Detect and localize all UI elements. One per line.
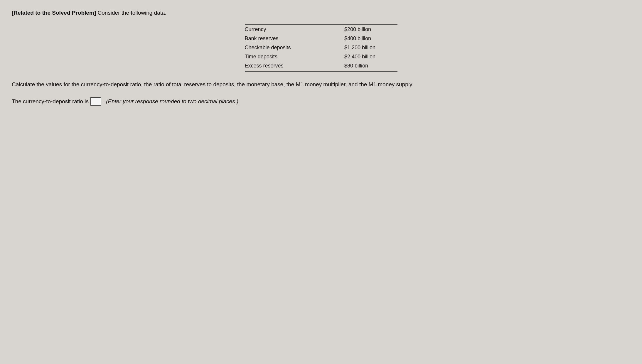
table-cell-label: Time deposits bbox=[245, 52, 344, 61]
table-cell-value: $200 billion bbox=[344, 25, 397, 34]
answer-prefix: The currency-to-deposit ratio is bbox=[12, 97, 89, 106]
answer-line: The currency-to-deposit ratio is . (Ente… bbox=[12, 97, 630, 106]
table-cell-label: Bank reserves bbox=[245, 34, 344, 43]
currency-deposit-ratio-input[interactable] bbox=[90, 97, 101, 106]
table-row: Bank reserves$400 billion bbox=[245, 34, 397, 43]
data-table-wrapper: Currency$200 billionBank reserves$400 bi… bbox=[12, 24, 630, 72]
data-table: Currency$200 billionBank reserves$400 bi… bbox=[245, 24, 397, 72]
answer-hint: (Enter your response rounded to two deci… bbox=[106, 97, 238, 106]
table-row: Time deposits$2,400 billion bbox=[245, 52, 397, 61]
table-cell-value: $2,400 billion bbox=[344, 52, 397, 61]
bracket-label: [Related to the Solved Problem] bbox=[12, 10, 96, 16]
intro-text: Consider the following data: bbox=[96, 10, 166, 16]
table-row: Checkable deposits$1,200 billion bbox=[245, 43, 397, 52]
question-text: Calculate the values for the currency-to… bbox=[12, 80, 569, 89]
table-cell-value: $400 billion bbox=[344, 34, 397, 43]
table-cell-value: $80 billion bbox=[344, 61, 397, 72]
table-cell-value: $1,200 billion bbox=[344, 43, 397, 52]
table-cell-label: Checkable deposits bbox=[245, 43, 344, 52]
table-row: Currency$200 billion bbox=[245, 25, 397, 34]
table-row: Excess reserves$80 billion bbox=[245, 61, 397, 72]
table-cell-label: Currency bbox=[245, 25, 344, 34]
answer-suffix: . bbox=[103, 97, 104, 106]
intro-paragraph: [Related to the Solved Problem] Consider… bbox=[12, 9, 630, 17]
table-cell-label: Excess reserves bbox=[245, 61, 344, 72]
